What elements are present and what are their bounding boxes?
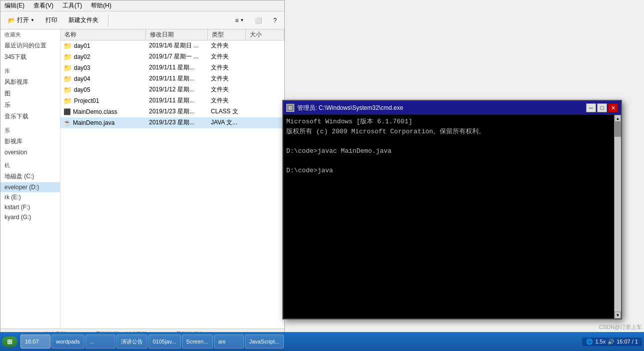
file-list: 📁day01 2019/1/6 星期日 ... 文件夹 📁day02 2019/… — [60, 40, 284, 329]
sidebar-item-fdrive[interactable]: kstart (F:) — [0, 202, 60, 212]
cmd-line2: 版权所有 (c) 2009 Microsoft Corporation。保留所有… — [286, 128, 485, 135]
sidebar-item-cversion[interactable]: oversion — [0, 147, 60, 157]
tray-network-icon: 🌐 — [586, 339, 593, 345]
cmd-line4: D:\code>javac MainDemo.java — [286, 147, 392, 155]
sidebar: 收藏夹 最近访问的位置 345下载 库 风影视库 图 乐 音乐下载 系 影视库 … — [0, 29, 60, 329]
csdn-watermark: CSDN@订票上车 — [599, 324, 642, 331]
explorer-body: 收藏夹 最近访问的位置 345下载 库 风影视库 图 乐 音乐下载 系 影视库 … — [0, 29, 284, 329]
scrollbar-down-arrow[interactable]: ▼ — [615, 312, 621, 319]
table-row[interactable]: 📁Project01 2019/1/11 星期... 文件夹 — [60, 95, 284, 106]
folder-icon: 📁 — [63, 86, 72, 94]
column-header: 名称 修改日期 类型 大小 — [60, 29, 284, 40]
taskbar: ⊞ 16:07 wordpads ... 演讲公告 0105jav... Scr… — [0, 332, 644, 351]
sidebar-item-favorites[interactable]: 收藏夹 — [0, 29, 60, 40]
table-row[interactable]: 📁day01 2019/1/6 星期日 ... 文件夹 — [60, 40, 284, 51]
table-row[interactable]: ⬛MainDemo.class 2019/1/23 星期... CLASS 文 — [60, 106, 284, 117]
table-row[interactable]: 📁day04 2019/1/11 星期... 文件夹 — [60, 73, 284, 84]
taskbar-time: 16:07 / 1 — [617, 339, 638, 345]
cmd-window: C 管理员: C:\Windows\System32\cmd.exe ─ □ ✕… — [282, 100, 622, 320]
open-arrow-icon: ▼ — [30, 18, 34, 22]
taskbar-app-0[interactable]: 16:07 — [20, 335, 50, 349]
start-button[interactable]: ⊞ — [2, 337, 17, 347]
col-header-type[interactable]: 类型 — [208, 29, 246, 40]
file-list-area: 名称 修改日期 类型 大小 📁day01 2019/1/6 星期日 ... 文件… — [60, 29, 284, 329]
help-button[interactable]: ? — [270, 15, 280, 25]
taskbar-tray: 🌐 1.5x 🔊 16:07 / 1 — [582, 338, 642, 346]
view-options-button[interactable]: ≡ ▼ — [231, 15, 247, 25]
taskbar-app-4[interactable]: 0105jav... — [148, 335, 181, 349]
class-file-icon: ⬛ — [63, 108, 71, 115]
sidebar-item-movie-lib[interactable]: 影视库 — [0, 136, 60, 147]
table-row[interactable]: ☕MainDemo.java 2019/1/23 星期... JAVA 文... — [60, 117, 284, 128]
taskbar-app-3[interactable]: 演讲公告 — [116, 335, 147, 349]
cmd-close-button[interactable]: ✕ — [608, 103, 618, 112]
taskbar-app-2[interactable]: ... — [85, 335, 115, 349]
cmd-app-icon: C — [286, 104, 294, 112]
view-icon: ≡ — [235, 17, 238, 24]
sidebar-item-gdrive[interactable]: kyard (G:) — [0, 212, 60, 222]
menu-help[interactable]: 帮助(H) — [89, 1, 113, 10]
cmd-titlebar: C 管理员: C:\Windows\System32\cmd.exe ─ □ ✕ — [283, 101, 621, 115]
java-file-icon: ☕ — [63, 119, 71, 126]
cmd-scrollbar[interactable]: ▲ ▼ — [614, 115, 621, 319]
col-header-date[interactable]: 修改日期 — [146, 29, 208, 40]
explorer-menubar: 编辑(E) 查看(V) 工具(T) 帮助(H) — [0, 0, 284, 11]
pane-toggle-button[interactable]: ⬜ — [251, 15, 266, 25]
cmd-line1: Microsoft Windows [版本 6.1.7601] — [286, 118, 412, 125]
cmd-title-left: C 管理员: C:\Windows\System32\cmd.exe — [286, 104, 403, 112]
print-button[interactable]: 打印 — [42, 14, 61, 26]
sidebar-item-ddrive[interactable]: eveloper (D:) — [0, 182, 60, 192]
sidebar-inner: 收藏夹 最近访问的位置 345下载 库 风影视库 图 乐 音乐下载 系 影视库 … — [0, 29, 60, 329]
scrollbar-up-arrow[interactable]: ▲ — [615, 115, 621, 122]
cmd-title-text: 管理员: C:\Windows\System32\cmd.exe — [297, 104, 403, 112]
cmd-line6: D:\code>java — [286, 167, 333, 174]
folder-icon: 📁 — [63, 53, 72, 61]
pane-icon: ⬜ — [255, 17, 262, 24]
folder-icon: 📁 — [63, 64, 72, 72]
sidebar-item-recent[interactable]: 最近访问的位置 — [0, 40, 60, 51]
col-header-size[interactable]: 大小 — [246, 29, 284, 40]
menu-view[interactable]: 查看(V) — [31, 1, 55, 10]
sidebar-item-edrive[interactable]: rk (E:) — [0, 192, 60, 202]
folder-icon: 📁 — [63, 42, 72, 50]
open-icon: 📂 — [8, 17, 15, 24]
sidebar-item-cdrive[interactable]: 地磁盘 (C:) — [0, 171, 60, 182]
tray-1.5x: 1.5x — [595, 339, 606, 345]
taskbar-app-5[interactable]: Screen... — [182, 335, 213, 349]
open-button[interactable]: 📂 打开 ▼ — [4, 14, 38, 26]
col-header-name[interactable]: 名称 — [60, 29, 146, 40]
taskbar-app-6[interactable]: ani — [214, 335, 244, 349]
start-icon: ⊞ — [7, 338, 12, 346]
new-folder-button[interactable]: 新建文件夹 — [65, 14, 102, 26]
scrollbar-thumb[interactable] — [615, 122, 621, 137]
taskbar-app-1[interactable]: wordpads — [51, 335, 84, 349]
sidebar-item-345[interactable]: 345下载 — [0, 51, 60, 63]
sidebar-item-video[interactable]: 风影视库 — [0, 76, 60, 88]
cmd-maximize-button[interactable]: □ — [597, 103, 607, 112]
toolbar-divider — [108, 14, 108, 26]
table-row[interactable]: 📁day02 2019/1/7 星期一 ... 文件夹 — [60, 51, 284, 62]
cmd-controls: ─ □ ✕ — [586, 103, 618, 112]
sidebar-item-pic[interactable]: 图 — [0, 88, 60, 99]
table-row[interactable]: 📁day03 2019/1/11 星期... 文件夹 — [60, 62, 284, 73]
sidebar-item-computer[interactable]: 机 — [0, 160, 60, 171]
sidebar-item-lib[interactable]: 库 — [0, 66, 60, 76]
cmd-body-wrapper: Microsoft Windows [版本 6.1.7601] 版权所有 (c)… — [283, 115, 621, 319]
sidebar-item-doc[interactable]: 音乐下载 — [0, 111, 60, 122]
explorer-window: 编辑(E) 查看(V) 工具(T) 帮助(H) 📂 打开 ▼ 打印 新建文件夹 … — [0, 0, 285, 351]
taskbar-app-7[interactable]: JavaScript... — [245, 335, 284, 349]
cmd-minimize-button[interactable]: ─ — [586, 103, 596, 112]
menu-edit[interactable]: 编辑(E) — [2, 1, 26, 10]
folder-icon: 📁 — [63, 97, 72, 105]
folder-icon: 📁 — [63, 75, 72, 83]
cmd-body[interactable]: Microsoft Windows [版本 6.1.7601] 版权所有 (c)… — [283, 115, 614, 319]
menu-tools[interactable]: 工具(T) — [60, 1, 84, 10]
help-icon: ? — [273, 17, 277, 24]
tray-volume-icon: 🔊 — [608, 339, 615, 345]
sidebar-item-system[interactable]: 系 — [0, 125, 60, 136]
explorer-toolbar: 📂 打开 ▼ 打印 新建文件夹 ≡ ▼ ⬜ ? — [0, 11, 284, 29]
scrollbar-track[interactable] — [615, 122, 621, 312]
sidebar-item-music[interactable]: 乐 — [0, 99, 60, 111]
table-row[interactable]: 📁day05 2019/1/12 星期... 文件夹 — [60, 84, 284, 95]
